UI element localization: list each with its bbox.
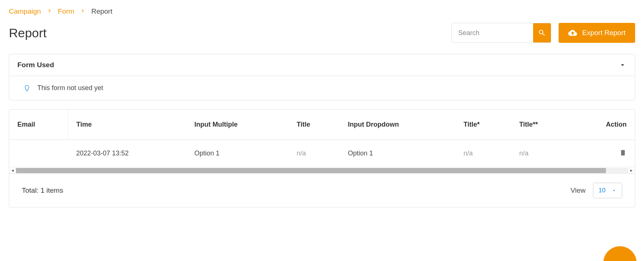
table-row: 2022-03-07 13:52 Option 1 n/a Option 1 n… [9, 140, 635, 167]
breadcrumb-report: Report [91, 7, 112, 16]
search-wrap [451, 23, 551, 43]
cell-action [571, 140, 635, 167]
breadcrumb-campaign[interactable]: Campaign [9, 7, 41, 16]
caret-down-icon [611, 188, 617, 193]
cell-title: n/a [288, 140, 340, 167]
caret-down-icon [618, 61, 627, 69]
col-title-starstar: Title** [511, 110, 571, 140]
scroll-track-end [606, 168, 628, 173]
col-action: Action [571, 110, 635, 140]
export-report-button[interactable]: Export Report [559, 23, 635, 43]
cell-input-multiple: Option 1 [186, 140, 289, 167]
table-header-row: Email Time Input Multiple Title Input Dr… [9, 110, 635, 140]
cell-title-star: n/a [455, 140, 511, 167]
chevron-right-icon [80, 8, 85, 15]
search-input[interactable] [452, 23, 533, 42]
col-input-dropdown: Input Dropdown [340, 110, 455, 140]
scroll-left-arrow-icon[interactable]: ◄ [9, 168, 16, 172]
bulb-icon [23, 85, 31, 92]
search-button[interactable] [533, 23, 551, 42]
cloud-upload-icon [568, 28, 577, 37]
total-items-label: Total: 1 items [22, 186, 63, 195]
form-used-body: This form not used yet [9, 76, 635, 100]
form-used-title: Form Used [17, 61, 54, 69]
horizontal-scrollbar[interactable]: ◄ ► [9, 167, 635, 174]
chevron-right-icon [47, 8, 52, 15]
scroll-right-arrow-icon[interactable]: ► [628, 168, 635, 172]
trash-icon[interactable] [619, 149, 627, 156]
cell-email [9, 140, 68, 167]
page-size-value: 10 [599, 187, 606, 194]
cell-time: 2022-03-07 13:52 [68, 140, 186, 167]
cell-input-dropdown: Option 1 [340, 140, 455, 167]
view-wrap: View 10 [570, 183, 622, 198]
report-table: Email Time Input Multiple Title Input Dr… [9, 110, 635, 167]
form-used-message: This form not used yet [37, 84, 103, 92]
col-input-multiple: Input Multiple [186, 110, 289, 140]
breadcrumb-form[interactable]: Form [58, 7, 74, 16]
search-icon [538, 29, 546, 37]
form-used-header[interactable]: Form Used [9, 54, 635, 76]
form-used-panel: Form Used This form not used yet [9, 54, 635, 100]
actions: Export Report [451, 23, 635, 43]
table-footer: Total: 1 items View 10 [9, 174, 635, 207]
col-title-star: Title* [455, 110, 511, 140]
breadcrumb: Campaign Form Report [9, 7, 635, 16]
page-title: Report [9, 26, 47, 40]
col-title: Title [288, 110, 340, 140]
view-label: View [570, 186, 586, 195]
col-email: Email [9, 110, 68, 140]
page-size-select[interactable]: 10 [593, 183, 622, 198]
scroll-thumb[interactable] [16, 168, 606, 173]
report-container: Email Time Input Multiple Title Input Dr… [9, 109, 635, 207]
title-row: Report Export Report [9, 23, 635, 43]
cell-title-starstar: n/a [511, 140, 571, 167]
col-time: Time [68, 110, 186, 140]
export-report-label: Export Report [582, 29, 626, 37]
